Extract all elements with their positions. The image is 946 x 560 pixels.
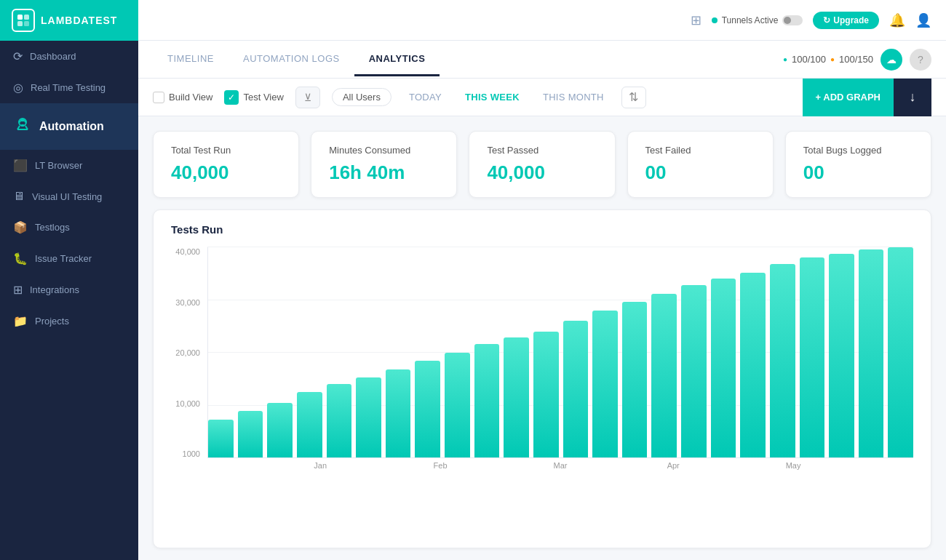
download-icon: ↓ bbox=[910, 89, 916, 105]
chart-title: Tests Run bbox=[171, 223, 913, 236]
tab-timeline[interactable]: TIMELINE bbox=[153, 43, 228, 76]
chart-bar bbox=[829, 254, 854, 457]
chart-bar bbox=[356, 377, 381, 457]
add-graph-button[interactable]: + ADD GRAPH bbox=[803, 79, 894, 116]
sidebar-item-integrations[interactable]: ⊞ Integrations bbox=[0, 274, 138, 305]
main-content: ⊞ Tunnels Active ↻ Upgrade 🔔 👤 TIMELINE … bbox=[138, 0, 946, 560]
bar-wrap bbox=[622, 247, 648, 457]
test-view-label: Test View bbox=[243, 92, 283, 103]
stat-card-minutes: Minutes Consumed 16h 40m bbox=[311, 131, 457, 198]
chart-bar bbox=[267, 403, 293, 457]
sidebar-item-label: LT Browser bbox=[35, 160, 82, 171]
tunnel-active-dot bbox=[712, 17, 718, 23]
credits-2: 100/150 bbox=[839, 54, 873, 65]
bar-wrap bbox=[592, 247, 618, 457]
build-view-check bbox=[153, 92, 164, 103]
tunnels-badge: Tunnels Active bbox=[712, 15, 803, 25]
y-axis: 40,00030,00020,00010,0001000 bbox=[171, 247, 204, 458]
tunnels-label: Tunnels Active bbox=[722, 15, 779, 25]
test-view-checkbox[interactable]: ✓ Test View bbox=[224, 90, 283, 105]
stats-row: Total Test Run 40,000 Minutes Consumed 1… bbox=[138, 116, 946, 209]
stat-value-4: 00 bbox=[803, 161, 913, 184]
sidebar: LAMBDATEST ⟳ Dashboard ◎ Real Time Testi… bbox=[0, 0, 138, 560]
upgrade-button[interactable]: ↻ Upgrade bbox=[813, 12, 879, 29]
chart-bar bbox=[445, 353, 470, 458]
visual-ui-icon: 🖥 bbox=[13, 190, 25, 203]
sidebar-item-dashboard[interactable]: ⟳ Dashboard bbox=[0, 41, 138, 72]
top-header: ⊞ Tunnels Active ↻ Upgrade 🔔 👤 bbox=[138, 0, 946, 41]
x-label: Apr bbox=[667, 461, 680, 470]
logo-icon bbox=[12, 9, 35, 32]
filter-button[interactable]: ⊻ bbox=[295, 87, 320, 108]
stat-card-total-test-run: Total Test Run 40,000 bbox=[153, 131, 299, 198]
tab-analytics[interactable]: ANALYTICS bbox=[354, 43, 440, 76]
issue-tracker-icon: 🐛 bbox=[13, 252, 28, 265]
x-label: May bbox=[786, 461, 801, 470]
y-label: 1000 bbox=[171, 449, 204, 458]
download-button[interactable]: ↓ bbox=[894, 79, 931, 116]
bar-wrap bbox=[445, 247, 470, 457]
bar-wrap bbox=[208, 247, 234, 457]
bar-wrap bbox=[267, 247, 293, 457]
bar-wrap bbox=[356, 247, 381, 457]
sidebar-item-automation[interactable]: Automation bbox=[0, 103, 138, 150]
lt-browser-icon: ⬛ bbox=[13, 159, 28, 172]
bar-wrap bbox=[770, 247, 795, 457]
help-button[interactable]: ? bbox=[910, 49, 931, 71]
bar-wrap bbox=[386, 247, 411, 457]
all-users-select[interactable]: All Users bbox=[332, 88, 391, 106]
this-month-filter[interactable]: THIS MONTH bbox=[537, 89, 610, 105]
user-icon[interactable]: 👤 bbox=[915, 12, 931, 28]
sidebar-item-label: Real Time Testing bbox=[31, 82, 106, 93]
realtime-icon: ◎ bbox=[13, 81, 23, 95]
sort-button[interactable]: ⇅ bbox=[621, 87, 646, 108]
projects-icon: 📁 bbox=[13, 314, 28, 328]
bell-icon[interactable]: 🔔 bbox=[889, 12, 905, 28]
chart-bar bbox=[208, 420, 234, 457]
bar-wrap bbox=[474, 247, 500, 457]
sidebar-item-realtime[interactable]: ◎ Real Time Testing bbox=[0, 72, 138, 103]
chart-container: 40,00030,00020,00010,0001000JanFebMarApr… bbox=[171, 247, 913, 480]
sidebar-item-label: Dashboard bbox=[30, 51, 76, 62]
build-view-label: Build View bbox=[169, 92, 212, 103]
svg-rect-3 bbox=[24, 21, 29, 26]
tab-automation-logs[interactable]: AUTOMATION LOGS bbox=[228, 43, 354, 76]
chart-bar bbox=[386, 369, 411, 457]
today-filter[interactable]: TODAY bbox=[403, 89, 448, 105]
bar-wrap bbox=[533, 247, 559, 457]
grid-icon[interactable]: ⊞ bbox=[691, 12, 701, 28]
sidebar-item-lt-browser[interactable]: ⬛ LT Browser bbox=[0, 150, 138, 181]
stat-label-2: Test Passed bbox=[487, 145, 597, 156]
sidebar-item-testlogs[interactable]: 📦 Testlogs bbox=[0, 212, 138, 243]
stat-card-bugs-logged: Total Bugs Logged 00 bbox=[785, 131, 931, 198]
filters-bar: Build View ✓ Test View ⊻ All Users TODAY… bbox=[138, 79, 946, 116]
filters-right-actions: + ADD GRAPH ↓ bbox=[803, 79, 931, 116]
svg-rect-2 bbox=[17, 21, 23, 26]
sidebar-item-label: Visual UI Testing bbox=[32, 191, 102, 202]
this-week-filter[interactable]: THIS WEEK bbox=[459, 89, 525, 105]
sidebar-item-label: Testlogs bbox=[35, 222, 70, 233]
cloud-button[interactable]: ☁ bbox=[881, 49, 902, 71]
build-view-checkbox[interactable]: Build View bbox=[153, 92, 212, 103]
stat-label-0: Total Test Run bbox=[171, 145, 281, 156]
y-label: 20,000 bbox=[171, 348, 204, 357]
bar-wrap bbox=[297, 247, 322, 457]
bar-wrap bbox=[651, 247, 677, 457]
sidebar-item-label: Projects bbox=[35, 316, 69, 327]
credit-dot-orange: ● bbox=[830, 55, 835, 63]
svg-rect-11 bbox=[21, 124, 24, 127]
x-label: Feb bbox=[434, 461, 448, 470]
chart-bar bbox=[415, 361, 440, 457]
sidebar-item-issue-tracker[interactable]: 🐛 Issue Tracker bbox=[0, 243, 138, 274]
upgrade-icon: ↻ bbox=[823, 15, 830, 25]
checkmark-icon: ✓ bbox=[228, 92, 235, 103]
tabs-right: ● 100/100 ● 100/150 ☁ ? bbox=[783, 49, 931, 71]
tunnel-toggle[interactable] bbox=[782, 15, 803, 25]
bar-wrap bbox=[327, 247, 352, 457]
y-label: 40,000 bbox=[171, 247, 204, 256]
bar-wrap bbox=[829, 247, 854, 457]
sidebar-item-projects[interactable]: 📁 Projects bbox=[0, 305, 138, 337]
stat-label-4: Total Bugs Logged bbox=[803, 145, 913, 156]
sidebar-item-visual-ui[interactable]: 🖥 Visual UI Testing bbox=[0, 181, 138, 212]
x-label: Mar bbox=[554, 461, 568, 470]
